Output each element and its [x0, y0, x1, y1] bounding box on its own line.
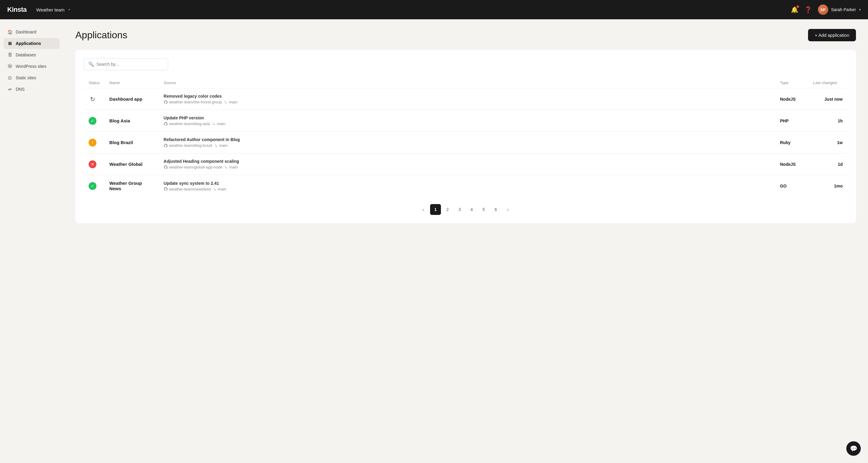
row-source: Adjusted Heading component scaling weath…	[159, 153, 775, 175]
help-button[interactable]: ❓	[804, 6, 812, 13]
chevron-down-icon	[67, 7, 72, 12]
sidebar-item-dns[interactable]: ⇌ DNS	[4, 84, 60, 95]
sidebar-item-databases[interactable]: 🗄 Databases	[4, 50, 60, 60]
repo-info: weather-team/the-forest-group	[164, 100, 222, 104]
type-label: Ruby	[780, 140, 790, 145]
add-application-button[interactable]: + Add application	[808, 29, 856, 41]
chat-button[interactable]: 💬	[846, 441, 861, 456]
changed-label: 1d	[838, 162, 843, 167]
col-header-source: Source	[159, 78, 775, 88]
sidebar-item-applications[interactable]: ⊞ Applications	[4, 38, 60, 49]
topnav: Kinsta Weather team 🔔 ❓ SP Sarah Parker …	[0, 0, 868, 19]
type-label: PHP	[780, 119, 789, 123]
row-changed: Just now	[808, 88, 847, 110]
user-menu[interactable]: SP Sarah Parker ▾	[818, 4, 861, 15]
source-meta: weather-team/global-app-node main	[164, 165, 770, 169]
sidebar-label-dashboard: Dashboard	[16, 30, 36, 34]
row-name: Blog Asia	[104, 110, 159, 132]
branch-icon	[213, 187, 217, 191]
branch-info: main	[224, 100, 237, 104]
pagination-page-6[interactable]: 6	[490, 204, 501, 215]
app-name: Blog Brazil	[110, 140, 133, 145]
repo-info: weather-team/global-app-node	[164, 165, 222, 169]
search-icon: 🔍	[88, 61, 94, 67]
search-input-wrap[interactable]: 🔍	[84, 58, 168, 70]
row-source: Update sync system to 2.41 weather-team/…	[159, 175, 775, 197]
logo: Kinsta	[7, 6, 27, 13]
team-name: Weather team	[36, 7, 64, 12]
status-warning-icon: !	[89, 138, 96, 147]
branch-name: main	[218, 187, 226, 191]
repo-info: weather-team/blog-brazil	[164, 143, 212, 148]
repo-name: weather-team/blog-brazil	[169, 143, 212, 148]
commit-message: Update PHP version	[164, 116, 770, 120]
type-label: GO	[780, 184, 786, 188]
app-name: Weather Global	[110, 161, 143, 167]
branch-icon	[214, 144, 218, 147]
row-changed: 1mo	[808, 175, 847, 197]
static-icon: ⊡	[7, 75, 13, 81]
pagination-page-4[interactable]: 4	[466, 204, 477, 215]
pagination: ‹ 1 2 3 4 5 6 ›	[84, 204, 847, 215]
row-type: NodeJS	[775, 88, 808, 110]
status-loading-icon: ↻	[89, 95, 96, 103]
table-row[interactable]: ✓ Weather Group News Update sync system …	[84, 175, 847, 197]
repo-name: weather-team/blog-asia	[169, 121, 210, 126]
changed-label: Just now	[824, 97, 843, 101]
pagination-page-2[interactable]: 2	[442, 204, 453, 215]
col-header-status: Status	[84, 78, 104, 88]
row-type: Ruby	[775, 132, 808, 153]
source-meta: weather-team/newsfeed main	[164, 187, 770, 191]
app-name: Blog Asia	[110, 118, 130, 123]
branch-icon	[224, 165, 228, 169]
changed-label: 1w	[837, 140, 843, 145]
pagination-page-1[interactable]: 1	[430, 204, 441, 215]
branch-info: main	[212, 121, 225, 126]
page-header: Applications + Add application	[75, 29, 856, 41]
sidebar-item-static[interactable]: ⊡ Static sites	[4, 72, 60, 83]
branch-name: main	[217, 121, 225, 126]
col-header-changed: Last changed	[808, 78, 847, 88]
github-icon	[164, 165, 168, 169]
notifications-button[interactable]: 🔔	[791, 6, 798, 13]
sidebar-item-wordpress[interactable]: Ⓦ WordPress sites	[4, 61, 60, 72]
search-section: 🔍	[84, 58, 847, 70]
table-row[interactable]: ↻ Dashboard app Removed legacy color cod…	[84, 88, 847, 110]
table-row[interactable]: ✓ Blog Asia Update PHP version weather-t…	[84, 110, 847, 132]
app-name: Weather Group News	[110, 181, 142, 191]
row-source: Removed legacy color codes weather-team/…	[159, 88, 775, 110]
sidebar-label-static: Static sites	[16, 75, 36, 80]
row-name: Blog Brazil	[104, 132, 159, 153]
page-title: Applications	[75, 30, 127, 41]
repo-name: weather-team/newsfeed	[169, 187, 211, 191]
source-meta: weather-team/blog-asia main	[164, 121, 770, 126]
row-name: Weather Global	[104, 153, 159, 175]
branch-icon	[224, 100, 227, 104]
search-input[interactable]	[96, 62, 164, 67]
pagination-page-5[interactable]: 5	[478, 204, 489, 215]
pagination-next[interactable]: ›	[502, 204, 513, 215]
row-source: Refactored Author component in Blog weat…	[159, 132, 775, 153]
table-row[interactable]: ! Blog Brazil Refactored Author componen…	[84, 132, 847, 153]
pagination-page-3[interactable]: 3	[454, 204, 465, 215]
changed-label: 1h	[838, 119, 843, 123]
notification-dot	[797, 5, 799, 8]
changed-label: 1mo	[834, 184, 843, 188]
app-name: Dashboard app	[110, 96, 142, 101]
table-row[interactable]: ✕ Weather Global Adjusted Heading compon…	[84, 153, 847, 175]
row-type: PHP	[775, 110, 808, 132]
row-changed: 1w	[808, 132, 847, 153]
row-type: GO	[775, 175, 808, 197]
apps-icon: ⊞	[7, 41, 13, 46]
wordpress-icon: Ⓦ	[7, 64, 13, 69]
branch-icon	[212, 122, 216, 126]
row-changed: 1h	[808, 110, 847, 132]
github-icon	[164, 122, 168, 126]
row-changed: 1d	[808, 153, 847, 175]
pagination-prev[interactable]: ‹	[418, 204, 429, 215]
github-icon	[164, 100, 168, 104]
sidebar-item-dashboard[interactable]: 🏠 Dashboard	[4, 27, 60, 37]
branch-info: main	[214, 143, 227, 148]
team-selector[interactable]: Weather team	[36, 7, 72, 12]
github-icon	[164, 187, 168, 191]
